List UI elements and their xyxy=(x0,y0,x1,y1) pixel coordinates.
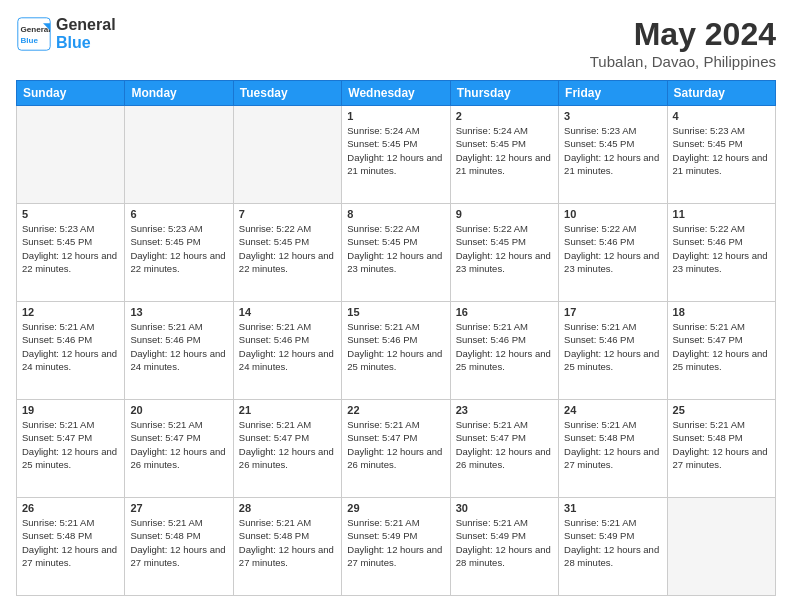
day-info: Sunrise: 5:21 AMSunset: 5:46 PMDaylight:… xyxy=(130,320,227,373)
day-number: 21 xyxy=(239,404,336,416)
day-number: 20 xyxy=(130,404,227,416)
calendar-cell: 1Sunrise: 5:24 AMSunset: 5:45 PMDaylight… xyxy=(342,106,450,204)
day-number: 22 xyxy=(347,404,444,416)
calendar-cell: 31Sunrise: 5:21 AMSunset: 5:49 PMDayligh… xyxy=(559,498,667,596)
calendar-cell: 26Sunrise: 5:21 AMSunset: 5:48 PMDayligh… xyxy=(17,498,125,596)
col-sunday: Sunday xyxy=(17,81,125,106)
day-number: 28 xyxy=(239,502,336,514)
week-row-2: 5Sunrise: 5:23 AMSunset: 5:45 PMDaylight… xyxy=(17,204,776,302)
page: General Blue General Blue May 2024 Tubal… xyxy=(0,0,792,612)
day-number: 1 xyxy=(347,110,444,122)
day-number: 27 xyxy=(130,502,227,514)
logo-icon: General Blue xyxy=(16,16,52,52)
day-number: 23 xyxy=(456,404,553,416)
calendar-cell: 18Sunrise: 5:21 AMSunset: 5:47 PMDayligh… xyxy=(667,302,775,400)
week-row-4: 19Sunrise: 5:21 AMSunset: 5:47 PMDayligh… xyxy=(17,400,776,498)
col-saturday: Saturday xyxy=(667,81,775,106)
calendar-cell: 22Sunrise: 5:21 AMSunset: 5:47 PMDayligh… xyxy=(342,400,450,498)
day-info: Sunrise: 5:23 AMSunset: 5:45 PMDaylight:… xyxy=(673,124,770,177)
day-info: Sunrise: 5:21 AMSunset: 5:47 PMDaylight:… xyxy=(130,418,227,471)
day-number: 4 xyxy=(673,110,770,122)
day-info: Sunrise: 5:22 AMSunset: 5:46 PMDaylight:… xyxy=(673,222,770,275)
calendar-cell: 25Sunrise: 5:21 AMSunset: 5:48 PMDayligh… xyxy=(667,400,775,498)
calendar-cell: 5Sunrise: 5:23 AMSunset: 5:45 PMDaylight… xyxy=(17,204,125,302)
calendar-cell: 15Sunrise: 5:21 AMSunset: 5:46 PMDayligh… xyxy=(342,302,450,400)
day-info: Sunrise: 5:24 AMSunset: 5:45 PMDaylight:… xyxy=(347,124,444,177)
day-info: Sunrise: 5:24 AMSunset: 5:45 PMDaylight:… xyxy=(456,124,553,177)
day-number: 2 xyxy=(456,110,553,122)
day-number: 25 xyxy=(673,404,770,416)
calendar-cell: 12Sunrise: 5:21 AMSunset: 5:46 PMDayligh… xyxy=(17,302,125,400)
day-number: 14 xyxy=(239,306,336,318)
week-row-3: 12Sunrise: 5:21 AMSunset: 5:46 PMDayligh… xyxy=(17,302,776,400)
day-number: 17 xyxy=(564,306,661,318)
day-number: 3 xyxy=(564,110,661,122)
calendar-cell xyxy=(17,106,125,204)
calendar-cell: 30Sunrise: 5:21 AMSunset: 5:49 PMDayligh… xyxy=(450,498,558,596)
col-tuesday: Tuesday xyxy=(233,81,341,106)
calendar-cell: 11Sunrise: 5:22 AMSunset: 5:46 PMDayligh… xyxy=(667,204,775,302)
day-info: Sunrise: 5:21 AMSunset: 5:49 PMDaylight:… xyxy=(456,516,553,569)
day-number: 24 xyxy=(564,404,661,416)
day-info: Sunrise: 5:21 AMSunset: 5:48 PMDaylight:… xyxy=(239,516,336,569)
day-info: Sunrise: 5:21 AMSunset: 5:46 PMDaylight:… xyxy=(347,320,444,373)
col-monday: Monday xyxy=(125,81,233,106)
day-number: 12 xyxy=(22,306,119,318)
day-info: Sunrise: 5:22 AMSunset: 5:46 PMDaylight:… xyxy=(564,222,661,275)
calendar-cell: 14Sunrise: 5:21 AMSunset: 5:46 PMDayligh… xyxy=(233,302,341,400)
day-info: Sunrise: 5:21 AMSunset: 5:49 PMDaylight:… xyxy=(347,516,444,569)
day-number: 5 xyxy=(22,208,119,220)
day-number: 8 xyxy=(347,208,444,220)
day-number: 19 xyxy=(22,404,119,416)
day-number: 15 xyxy=(347,306,444,318)
day-info: Sunrise: 5:21 AMSunset: 5:48 PMDaylight:… xyxy=(673,418,770,471)
calendar-cell xyxy=(125,106,233,204)
day-info: Sunrise: 5:21 AMSunset: 5:47 PMDaylight:… xyxy=(347,418,444,471)
day-number: 31 xyxy=(564,502,661,514)
day-number: 29 xyxy=(347,502,444,514)
title-block: May 2024 Tubalan, Davao, Philippines xyxy=(590,16,776,70)
calendar-cell: 7Sunrise: 5:22 AMSunset: 5:45 PMDaylight… xyxy=(233,204,341,302)
day-number: 30 xyxy=(456,502,553,514)
calendar-cell: 28Sunrise: 5:21 AMSunset: 5:48 PMDayligh… xyxy=(233,498,341,596)
day-info: Sunrise: 5:21 AMSunset: 5:47 PMDaylight:… xyxy=(456,418,553,471)
day-info: Sunrise: 5:22 AMSunset: 5:45 PMDaylight:… xyxy=(347,222,444,275)
day-info: Sunrise: 5:21 AMSunset: 5:47 PMDaylight:… xyxy=(673,320,770,373)
calendar-table: Sunday Monday Tuesday Wednesday Thursday… xyxy=(16,80,776,596)
day-info: Sunrise: 5:21 AMSunset: 5:49 PMDaylight:… xyxy=(564,516,661,569)
day-number: 26 xyxy=(22,502,119,514)
day-number: 11 xyxy=(673,208,770,220)
calendar-cell: 17Sunrise: 5:21 AMSunset: 5:46 PMDayligh… xyxy=(559,302,667,400)
day-info: Sunrise: 5:22 AMSunset: 5:45 PMDaylight:… xyxy=(456,222,553,275)
calendar-cell: 9Sunrise: 5:22 AMSunset: 5:45 PMDaylight… xyxy=(450,204,558,302)
day-number: 13 xyxy=(130,306,227,318)
calendar-cell: 27Sunrise: 5:21 AMSunset: 5:48 PMDayligh… xyxy=(125,498,233,596)
calendar-cell: 19Sunrise: 5:21 AMSunset: 5:47 PMDayligh… xyxy=(17,400,125,498)
calendar-cell: 8Sunrise: 5:22 AMSunset: 5:45 PMDaylight… xyxy=(342,204,450,302)
day-info: Sunrise: 5:21 AMSunset: 5:46 PMDaylight:… xyxy=(22,320,119,373)
day-number: 7 xyxy=(239,208,336,220)
day-info: Sunrise: 5:21 AMSunset: 5:48 PMDaylight:… xyxy=(564,418,661,471)
day-info: Sunrise: 5:21 AMSunset: 5:47 PMDaylight:… xyxy=(22,418,119,471)
col-friday: Friday xyxy=(559,81,667,106)
week-row-5: 26Sunrise: 5:21 AMSunset: 5:48 PMDayligh… xyxy=(17,498,776,596)
logo-line1: General xyxy=(56,16,116,34)
logo-text: General Blue xyxy=(56,16,116,51)
day-info: Sunrise: 5:23 AMSunset: 5:45 PMDaylight:… xyxy=(130,222,227,275)
week-row-1: 1Sunrise: 5:24 AMSunset: 5:45 PMDaylight… xyxy=(17,106,776,204)
header: General Blue General Blue May 2024 Tubal… xyxy=(16,16,776,70)
logo: General Blue General Blue xyxy=(16,16,116,52)
day-number: 9 xyxy=(456,208,553,220)
day-number: 6 xyxy=(130,208,227,220)
day-info: Sunrise: 5:21 AMSunset: 5:46 PMDaylight:… xyxy=(456,320,553,373)
col-thursday: Thursday xyxy=(450,81,558,106)
subtitle: Tubalan, Davao, Philippines xyxy=(590,53,776,70)
calendar-cell: 20Sunrise: 5:21 AMSunset: 5:47 PMDayligh… xyxy=(125,400,233,498)
calendar-cell: 2Sunrise: 5:24 AMSunset: 5:45 PMDaylight… xyxy=(450,106,558,204)
logo-line2: Blue xyxy=(56,34,91,51)
calendar-cell: 29Sunrise: 5:21 AMSunset: 5:49 PMDayligh… xyxy=(342,498,450,596)
day-info: Sunrise: 5:21 AMSunset: 5:47 PMDaylight:… xyxy=(239,418,336,471)
calendar-cell: 16Sunrise: 5:21 AMSunset: 5:46 PMDayligh… xyxy=(450,302,558,400)
calendar-cell: 6Sunrise: 5:23 AMSunset: 5:45 PMDaylight… xyxy=(125,204,233,302)
day-info: Sunrise: 5:21 AMSunset: 5:46 PMDaylight:… xyxy=(239,320,336,373)
